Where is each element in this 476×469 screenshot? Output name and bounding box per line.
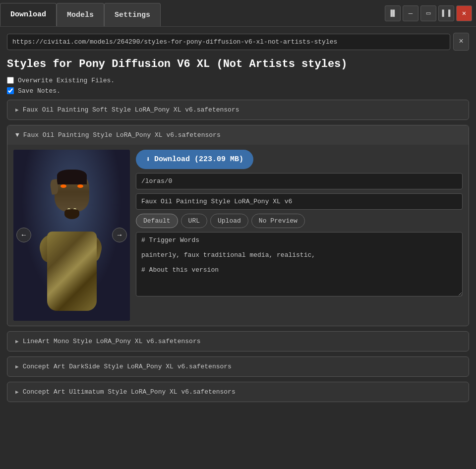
download-button[interactable]: ⬇ Download (223.09 MB) [136,150,253,169]
path-input[interactable] [136,173,463,189]
file-item-2-header[interactable]: ▼ Faux Oil Painting Style LoRA_Pony XL v… [7,125,469,145]
preview-nopreview-button[interactable]: No Preview [251,214,305,228]
file-label-5: Concept Art Ultimatum Style LoRA_Pony XL… [23,388,236,396]
arrow-icon-2: ▼ [15,131,19,139]
notes-textarea[interactable]: # Trigger Words painterly, faux traditio… [136,232,463,296]
character-beard [64,209,79,219]
armor-torso [47,232,97,311]
titlebar: Download Models Settings ▐▌ — ▭ ▌▐ ✕ [0,0,476,27]
file-label-3: LineArt Mono Style LoRA_Pony XL v6.safet… [23,338,201,345]
image-preview: ← → [13,150,130,321]
overwrite-checkbox[interactable] [7,77,14,84]
maximize-button[interactable]: ▭ [420,5,436,21]
titlebar-controls: ▐▌ — ▭ ▌▐ ✕ [381,0,476,26]
preview-upload-button[interactable]: Upload [210,214,248,228]
download-icon: ⬇ [146,155,150,164]
tab-settings[interactable]: Settings [104,3,161,26]
arrow-icon-1: ▶ [15,107,19,113]
savenotes-label: Save Notes. [18,87,60,95]
preview-default-button[interactable]: Default [136,214,178,228]
filename-input[interactable] [136,193,463,210]
overwrite-row: Overwrite Existing Files. [7,77,469,84]
file-label-2: Faux Oil Painting Style LoRA_Pony XL v6.… [23,131,221,139]
character-eye-left [60,184,66,188]
file-controls: ⬇ Download (223.09 MB) Default URL Uploa… [136,150,463,321]
preview-url-button[interactable]: URL [181,214,207,228]
minimize-button[interactable]: — [403,5,418,21]
file-item-5[interactable]: ▶ Concept Art Ultimatum Style LoRA_Pony … [7,382,469,402]
titlebar-spacer [161,0,381,26]
character-head [55,172,89,212]
next-image-button[interactable]: → [112,228,127,242]
close-button[interactable]: ✕ [456,5,472,21]
url-bar: × [7,33,469,51]
arrow-icon-3: ▶ [15,338,19,345]
main-content: × Styles for Pony Diffusion V6 XL (Not A… [0,27,476,469]
url-clear-button[interactable]: × [453,33,469,51]
file-item-3[interactable]: ▶ LineArt Mono Style LoRA_Pony XL v6.saf… [7,331,469,352]
arrow-icon-5: ▶ [15,389,19,395]
prev-image-button[interactable]: ← [16,228,31,242]
character-hair [57,170,87,184]
character-body [30,172,114,321]
file-label-1: Faux Oil Painting Soft Style LoRA_Pony X… [23,106,239,114]
url-input[interactable] [7,34,450,50]
file-item-4[interactable]: ▶ Concept Art DarkSide Style LoRA_Pony X… [7,356,469,377]
savenotes-checkbox[interactable] [7,87,14,94]
panel-right-button[interactable]: ▌▐ [438,5,454,21]
file-item-2-body: ← → ⬇ Download (223.09 MB) Default URL U… [7,145,469,326]
file-label-4: Concept Art DarkSide Style LoRA_Pony XL … [23,363,232,370]
page-title: Styles for Pony Diffusion V6 XL (Not Art… [7,58,469,72]
character-eye-right [77,184,83,188]
download-label: Download (223.09 MB) [154,155,243,164]
preview-button-group: Default URL Upload No Preview [136,214,463,228]
checkboxes-section: Overwrite Existing Files. Save Notes. [7,77,469,95]
arrow-icon-4: ▶ [15,363,19,370]
file-item-2: ▼ Faux Oil Painting Style LoRA_Pony XL v… [7,125,469,326]
panel-left-button[interactable]: ▐▌ [385,5,401,21]
tab-models[interactable]: Models [57,3,104,26]
file-item-1[interactable]: ▶ Faux Oil Painting Soft Style LoRA_Pony… [7,100,469,120]
overwrite-label: Overwrite Existing Files. [18,77,115,84]
savenotes-row: Save Notes. [7,87,469,95]
tab-download[interactable]: Download [0,3,57,26]
